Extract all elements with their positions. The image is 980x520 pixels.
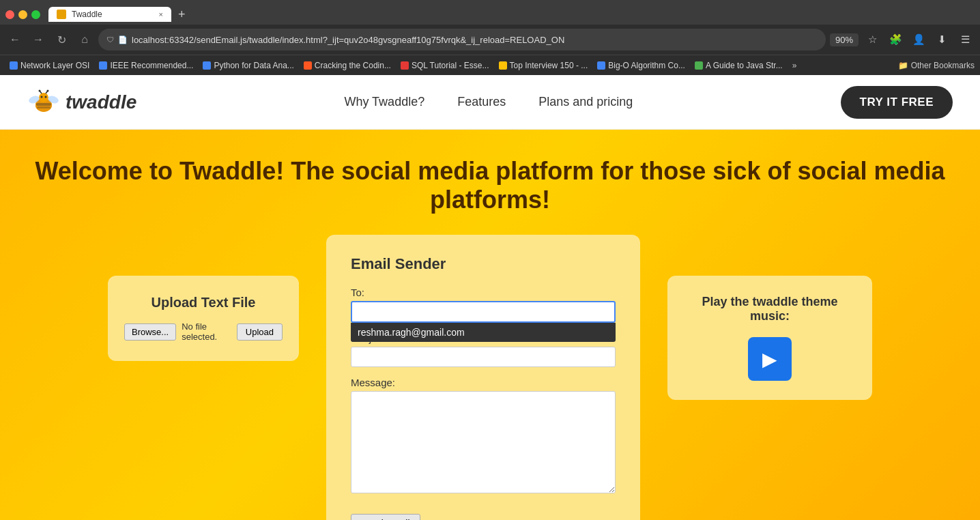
svg-point-6 [45, 96, 47, 98]
tab-bar: Twaddle × + [0, 0, 980, 25]
forward-btn[interactable]: → [29, 30, 48, 49]
upload-box-title: Upload Text File [124, 295, 283, 310]
bookmark-network-osi[interactable]: Network Layer OSI [5, 59, 93, 72]
svg-point-10 [47, 89, 49, 91]
svg-point-8 [39, 89, 41, 91]
svg-point-5 [41, 96, 43, 98]
other-bookmarks[interactable]: Other Bookmarks [911, 61, 975, 70]
more-bookmarks-btn[interactable]: » [788, 59, 801, 72]
no-file-label: No file selected. [182, 321, 231, 342]
tab-label: Twaddle [72, 10, 154, 19]
website: twaddle Why Twaddle? Features Plans and … [0, 75, 980, 520]
bookmark-java[interactable]: A Guide to Java Str... [691, 59, 787, 72]
bookmark-favicon [499, 61, 507, 70]
url-text: localhost:63342/sendEmail.js/twaddle/ind… [132, 35, 818, 45]
hero-section: Welcome to Twaddle! The social media pla… [0, 130, 980, 520]
bookmark-label: Python for Data Ana... [214, 61, 293, 70]
autocomplete-dropdown[interactable]: reshma.ragh@gmail.com [351, 323, 616, 342]
upload-button[interactable]: Upload [237, 323, 283, 341]
music-box: Play the twaddle theme music: ▶ [667, 276, 872, 400]
upload-text-file-box: Upload Text File Browse... No file selec… [108, 276, 299, 361]
lock-icon: 📄 [118, 35, 128, 44]
bookmark-favicon [401, 61, 409, 70]
nav-why-twaddle[interactable]: Why Twaddle? [344, 95, 424, 109]
bookmark-label: IEEE Recommended... [110, 61, 193, 70]
profile-btn[interactable]: 👤 [909, 30, 928, 49]
logo-icon [27, 86, 60, 119]
to-label: To: [351, 287, 616, 298]
bookmark-favicon [304, 61, 312, 70]
tab-close-btn[interactable]: × [159, 10, 163, 18]
bookmark-label: Network Layer OSI [20, 61, 89, 70]
bookmark-label: Top Interview 150 - ... [510, 61, 588, 70]
play-music-button[interactable]: ▶ [748, 337, 792, 381]
extensions-btn[interactable]: 🧩 [886, 30, 905, 49]
play-icon: ▶ [762, 348, 777, 371]
bookmark-label: Big-O Algorithm Co... [608, 61, 685, 70]
logo-area[interactable]: twaddle [27, 86, 136, 119]
bookmarks-right: 📁 Other Bookmarks [898, 61, 975, 70]
message-field-group: Message: [351, 377, 616, 496]
bookmark-favicon [695, 61, 703, 70]
bookmark-bigo[interactable]: Big-O Algorithm Co... [593, 59, 689, 72]
bookmark-favicon [203, 61, 211, 70]
bookmarks-bar: Network Layer OSI IEEE Recommended... Py… [0, 55, 980, 75]
security-icon: 🛡 [106, 35, 114, 44]
site-header: twaddle Why Twaddle? Features Plans and … [0, 75, 980, 130]
send-email-button[interactable]: Send Email [351, 514, 420, 520]
to-input[interactable] [351, 301, 616, 323]
back-btn[interactable]: ← [5, 30, 25, 49]
close-window-btn[interactable] [5, 10, 14, 19]
email-sender-box: Email Sender To: reshma.ragh@gmail.com S… [326, 235, 640, 520]
bookmark-favicon [99, 61, 107, 70]
hero-content: Upload Text File Browse... No file selec… [27, 235, 953, 520]
browser-chrome: Twaddle × + ← → ↻ ⌂ 🛡 📄 localhost:63342/… [0, 0, 980, 75]
bookmark-ieee[interactable]: IEEE Recommended... [95, 59, 197, 72]
main-nav: Why Twaddle? Features Plans and pricing [344, 95, 633, 109]
refresh-btn[interactable]: ↻ [52, 30, 71, 49]
upload-controls: Browse... No file selected. Upload [124, 321, 283, 342]
bookmark-favicon [597, 61, 605, 70]
bookmark-star-btn[interactable]: ☆ [863, 30, 882, 49]
bookmark-top-interview[interactable]: Top Interview 150 - ... [495, 59, 592, 72]
nav-features[interactable]: Features [457, 95, 506, 109]
to-field-group: To: reshma.ragh@gmail.com [351, 287, 616, 323]
music-box-title: Play the twaddle theme music: [684, 295, 856, 323]
bookmark-favicon [10, 61, 18, 70]
hero-title: Welcome to Twaddle! The social media pla… [27, 157, 953, 214]
bookmark-label: SQL Tutorial - Esse... [412, 61, 489, 70]
svg-rect-3 [37, 106, 51, 109]
new-tab-btn[interactable]: + [174, 8, 190, 22]
minimize-window-btn[interactable] [18, 10, 27, 19]
bookmark-sql[interactable]: SQL Tutorial - Esse... [397, 59, 493, 72]
maximize-window-btn[interactable] [31, 10, 40, 19]
svg-rect-2 [36, 103, 51, 106]
bookmark-cracking[interactable]: Cracking the Codin... [300, 59, 395, 72]
svg-point-4 [39, 93, 48, 102]
address-bar[interactable]: 🛡 📄 localhost:63342/sendEmail.js/twaddle… [98, 29, 826, 50]
window-controls [5, 10, 40, 19]
message-textarea[interactable] [351, 391, 616, 493]
message-label: Message: [351, 377, 616, 388]
home-btn[interactable]: ⌂ [75, 30, 94, 49]
nav-pricing[interactable]: Plans and pricing [538, 95, 633, 109]
logo-text: twaddle [66, 91, 136, 113]
bookmark-label: A Guide to Java Str... [706, 61, 783, 70]
folder-icon: 📁 [898, 61, 908, 70]
menu-btn[interactable]: ☰ [955, 30, 975, 49]
to-input-wrapper: reshma.ragh@gmail.com [351, 301, 616, 323]
subject-input[interactable] [351, 347, 616, 367]
active-tab[interactable]: Twaddle × [48, 7, 171, 22]
zoom-level[interactable]: 90% [830, 33, 859, 46]
tab-favicon [57, 10, 66, 19]
try-free-button[interactable]: TRY IT FREE [841, 86, 953, 119]
browser-nav-bar: ← → ↻ ⌂ 🛡 📄 localhost:63342/sendEmail.js… [0, 25, 980, 55]
download-btn[interactable]: ⬇ [932, 30, 951, 49]
email-sender-title: Email Sender [351, 255, 616, 273]
bookmark-label: Cracking the Codin... [315, 61, 391, 70]
bookmark-python[interactable]: Python for Data Ana... [199, 59, 298, 72]
browse-button[interactable]: Browse... [124, 323, 176, 341]
